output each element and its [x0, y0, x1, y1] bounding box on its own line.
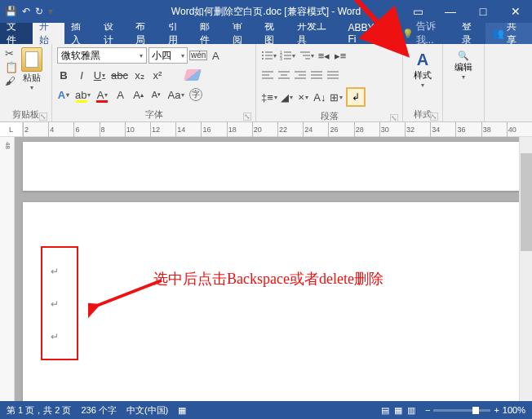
- bold-button[interactable]: B: [57, 68, 70, 82]
- quick-access-toolbar: 💾 ↶ ↻ ▾: [5, 6, 53, 17]
- page[interactable]: ↵ ↵ ↵ 选中后点击Backspace或者delete删除: [23, 202, 524, 401]
- group-font: 微软雅黑▾ 小四▾ wén A B I U▾ abc x₂ x² A▾ ab▾ …: [52, 44, 256, 121]
- align-center-button[interactable]: [277, 68, 290, 82]
- tell-me[interactable]: 💡告诉我...: [397, 20, 457, 47]
- ruler-tick: 10: [125, 122, 150, 137]
- chevron-down-icon[interactable]: ▾: [421, 82, 424, 89]
- numbering-button[interactable]: 123▾: [280, 48, 295, 63]
- qat-dropdown-icon[interactable]: ▾: [48, 6, 53, 17]
- share-button[interactable]: 👥共享: [485, 23, 532, 44]
- zoom-slider-thumb[interactable]: [472, 407, 479, 414]
- shading-button[interactable]: ◢▾: [281, 90, 294, 104]
- superscript-button[interactable]: x²: [151, 68, 164, 82]
- dialog-launcher-icon[interactable]: ⤡: [390, 114, 398, 122]
- tell-me-label: 告诉我...: [416, 20, 452, 47]
- status-language[interactable]: 中文(中国): [126, 404, 168, 417]
- dialog-launcher-icon[interactable]: ⤡: [39, 112, 47, 121]
- tab-developer[interactable]: 开发工具: [290, 23, 342, 44]
- char-shading-icon[interactable]: A: [113, 87, 126, 102]
- borders-button[interactable]: ⊞▾: [330, 90, 343, 104]
- status-bar: 第 1 页，共 2 页 236 个字 中文(中国) ▦ ▤ ▦ ▥ − + 10…: [0, 401, 532, 419]
- save-icon[interactable]: 💾: [5, 6, 17, 17]
- line-spacing-button[interactable]: ‡≡▾: [261, 90, 277, 104]
- font-size-combo[interactable]: 小四▾: [149, 47, 188, 64]
- status-macros-icon[interactable]: ▦: [178, 405, 186, 416]
- underline-button[interactable]: U▾: [93, 68, 106, 82]
- paste-button[interactable]: 粘贴 ▾: [20, 46, 44, 108]
- dialog-launcher-icon[interactable]: ⤡: [243, 112, 251, 121]
- ruler-tick: 32: [405, 122, 430, 137]
- zoom-control[interactable]: − + 100%: [425, 405, 525, 415]
- undo-icon[interactable]: ↶: [22, 6, 30, 17]
- horizontal-ruler[interactable]: L 246810121416182022242628303234363840: [0, 122, 532, 137]
- sort-button[interactable]: A↓: [313, 90, 326, 104]
- document-area[interactable]: 48 ↵ ↵ ↵ 选中后点击Backspace或者delete删除: [0, 137, 532, 401]
- tab-home[interactable]: 开始: [33, 23, 65, 44]
- font-color-button[interactable]: A▾: [95, 87, 109, 102]
- decrease-indent-button[interactable]: ≡◂: [317, 48, 330, 63]
- ruler-corner: L: [0, 122, 23, 136]
- redo-icon[interactable]: ↻: [35, 6, 43, 17]
- align-right-button[interactable]: [294, 68, 307, 82]
- svg-point-4: [262, 58, 264, 60]
- print-layout-icon[interactable]: ▦: [394, 405, 402, 416]
- font-name-combo[interactable]: 微软雅黑▾: [57, 47, 147, 64]
- status-page[interactable]: 第 1 页，共 2 页: [7, 404, 71, 417]
- change-case-button[interactable]: Aa▾: [167, 87, 184, 102]
- tab-review[interactable]: 审阅: [226, 23, 259, 44]
- italic-button[interactable]: I: [75, 68, 88, 82]
- clear-formatting-icon[interactable]: [185, 68, 200, 82]
- justify-button[interactable]: [310, 68, 323, 82]
- subscript-button[interactable]: x₂: [133, 68, 146, 82]
- zoom-out-icon[interactable]: −: [425, 405, 430, 415]
- group-styles: A 样式 ▾ 样式⤡: [403, 44, 443, 121]
- phonetic-guide-icon[interactable]: wén: [189, 48, 207, 63]
- find-icon[interactable]: 🔍: [458, 51, 469, 61]
- group-font-label: 字体: [145, 109, 163, 119]
- distribute-button[interactable]: [326, 68, 339, 82]
- vertical-ruler[interactable]: 48: [0, 137, 15, 401]
- multilevel-list-button[interactable]: ▾: [299, 48, 314, 63]
- status-words[interactable]: 236 个字: [81, 404, 116, 417]
- char-border-icon[interactable]: A: [209, 48, 222, 63]
- scrollbar-thumb[interactable]: [521, 153, 532, 251]
- vertical-scrollbar[interactable]: [519, 137, 532, 401]
- strikethrough-button[interactable]: abc: [111, 68, 128, 82]
- align-left-button[interactable]: [261, 68, 274, 82]
- login-link[interactable]: 登录: [457, 20, 485, 47]
- tab-design[interactable]: 设计: [97, 23, 130, 44]
- enclose-char-icon[interactable]: 字: [189, 88, 202, 101]
- group-paragraph: ▾ 123▾ ▾ ≡◂ ▸≡ ‡≡▾ ◢▾ ✕▾ A↓ ⊞▾ ↲: [256, 44, 403, 121]
- tab-abbyy[interactable]: ABBYY Fi: [342, 23, 397, 44]
- close-icon[interactable]: ✕: [499, 0, 532, 23]
- tab-references[interactable]: 引用: [162, 23, 194, 44]
- zoom-level[interactable]: 100%: [503, 405, 525, 415]
- ruler-tick: 40: [507, 122, 532, 137]
- shrink-font-button[interactable]: A▾: [149, 87, 162, 102]
- web-layout-icon[interactable]: ▥: [407, 405, 415, 416]
- tab-file[interactable]: 文件: [0, 23, 33, 44]
- svg-point-0: [262, 51, 264, 53]
- maximize-icon[interactable]: □: [467, 0, 499, 23]
- zoom-in-icon[interactable]: +: [494, 405, 499, 415]
- copy-icon[interactable]: 📋: [5, 61, 18, 73]
- tab-insert[interactable]: 插入: [64, 23, 97, 44]
- format-painter-icon[interactable]: 🖌: [5, 75, 18, 87]
- text-effects-button[interactable]: A▾: [57, 87, 70, 102]
- highlight-button[interactable]: ab▾: [75, 87, 91, 102]
- bullets-button[interactable]: ▾: [261, 48, 277, 63]
- increase-indent-button[interactable]: ▸≡: [334, 48, 347, 63]
- tab-view[interactable]: 视图: [258, 23, 290, 44]
- tab-layout[interactable]: 布局: [129, 23, 162, 44]
- styles-icon[interactable]: A: [417, 51, 428, 69]
- tab-mailings[interactable]: 邮件: [193, 23, 226, 44]
- cut-icon[interactable]: ✂: [5, 47, 18, 60]
- chevron-down-icon[interactable]: ▾: [462, 73, 465, 81]
- show-hide-marks-button[interactable]: ↲: [346, 87, 366, 107]
- ruler-tick: 28: [354, 122, 379, 137]
- dialog-launcher-icon[interactable]: ⤡: [430, 112, 438, 121]
- asian-layout-button[interactable]: ✕▾: [297, 90, 310, 104]
- read-mode-icon[interactable]: ▤: [381, 405, 389, 416]
- grow-font-button[interactable]: A▴: [131, 87, 144, 102]
- zoom-slider[interactable]: [433, 409, 490, 412]
